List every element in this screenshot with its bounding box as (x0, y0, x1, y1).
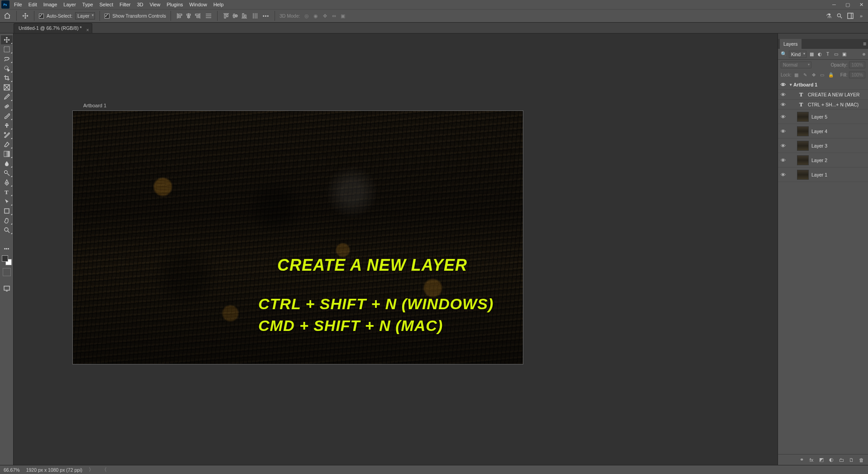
lock-artboard-icon[interactable]: ▭ (819, 72, 825, 78)
group-layers-icon[interactable]: 🗀 (838, 457, 844, 463)
visibility-toggle[interactable]: 👁 (781, 158, 786, 163)
layer-name[interactable]: Layer 2 (811, 158, 827, 163)
layers-panel-tab[interactable]: Layers (780, 39, 802, 49)
filter-smart-icon[interactable]: ▣ (841, 51, 847, 57)
clone-stamp-tool[interactable] (1, 121, 13, 130)
menu-item-3d[interactable]: 3D (134, 0, 147, 9)
layer-row[interactable]: 👁Layer 2 (778, 153, 868, 168)
layer-name[interactable]: Layer 4 (811, 129, 827, 134)
layer-thumbnail[interactable] (797, 170, 809, 180)
align-left-button[interactable] (175, 12, 184, 20)
brush-tool[interactable] (1, 111, 13, 120)
eraser-tool[interactable] (1, 140, 13, 149)
panel-collapse-icon[interactable]: » (857, 12, 865, 20)
show-transform-checkbox[interactable] (104, 14, 109, 19)
shape-tool[interactable] (1, 206, 13, 215)
layer-name[interactable]: Layer 1 (811, 172, 827, 177)
window-maximize-button[interactable]: ▢ (841, 0, 854, 9)
scroll-left-icon[interactable]: 〈 (102, 467, 107, 473)
artboard[interactable]: CREATE A NEW LAYER CTRL + SHIFT + N (WIN… (73, 111, 523, 364)
menu-item-help[interactable]: Help (210, 0, 227, 9)
canvas-text-shortcuts[interactable]: CTRL + SHIFT + N (WINDOWS) CMD + SHIFT +… (258, 293, 493, 336)
link-layers-icon[interactable]: ⚭ (798, 457, 805, 463)
foreground-color-swatch[interactable] (2, 255, 8, 262)
visibility-toggle[interactable]: 👁 (781, 92, 786, 97)
align-bottom-button[interactable] (240, 12, 248, 20)
zoom-tool[interactable] (1, 225, 13, 235)
hand-tool[interactable] (1, 216, 13, 225)
layer-thumbnail[interactable] (797, 141, 809, 151)
layer-thumbnail[interactable] (797, 112, 809, 122)
document-tab[interactable]: Untitled-1 @ 66.7% (RGB/8) * × (14, 23, 92, 33)
fill-value[interactable]: 100% (849, 72, 865, 78)
lock-position-icon[interactable]: ✥ (811, 72, 817, 78)
visibility-toggle[interactable]: 👁 (781, 143, 786, 148)
layer-name[interactable]: Layer 3 (811, 143, 827, 148)
canvas-workspace[interactable]: Artboard 1 CREATE A NEW LAYER CTRL + SHI… (14, 34, 778, 465)
search-icon[interactable] (835, 12, 844, 20)
opacity-value[interactable]: 100% (849, 62, 865, 68)
filter-pixel-icon[interactable]: ▦ (808, 51, 815, 57)
zoom-level[interactable]: 66.67% (4, 467, 20, 473)
marquee-tool[interactable] (1, 45, 13, 54)
window-close-button[interactable]: ✕ (854, 0, 868, 9)
edit-toolbar-button[interactable]: ••• (1, 244, 13, 253)
layer-row[interactable]: 👁Layer 1 (778, 168, 868, 182)
artboard-caret-icon[interactable]: ▾ (788, 82, 793, 87)
filter-adjust-icon[interactable]: ◐ (816, 51, 823, 57)
menu-item-edit[interactable]: Edit (25, 0, 40, 9)
quick-select-tool[interactable] (1, 64, 13, 73)
menu-item-select[interactable]: Select (96, 0, 117, 9)
history-brush-tool[interactable] (1, 130, 13, 139)
eyedropper-tool[interactable] (1, 92, 13, 101)
auto-select-checkbox[interactable] (39, 14, 44, 19)
quick-mask-toggle[interactable] (3, 268, 11, 276)
align-top-button[interactable] (222, 12, 230, 20)
lock-image-icon[interactable]: ✎ (802, 72, 808, 78)
frame-tool[interactable] (1, 83, 13, 92)
layer-row[interactable]: 👁TCREATE A NEW LAYER (778, 90, 868, 100)
layer-thumbnail[interactable] (797, 126, 809, 136)
menu-item-view[interactable]: View (147, 0, 164, 9)
artboard-label[interactable]: Artboard 1 (83, 103, 106, 108)
menu-item-image[interactable]: Image (40, 0, 61, 9)
layer-row[interactable]: 👁Layer 4 (778, 124, 868, 139)
home-button[interactable] (3, 11, 12, 20)
distribute-button[interactable] (251, 12, 259, 20)
menu-item-layer[interactable]: Layer (60, 0, 79, 9)
workspace-switch-icon[interactable] (846, 12, 854, 20)
layer-thumbnail[interactable] (797, 155, 809, 165)
path-select-tool[interactable] (1, 197, 13, 206)
align-vcenter-button[interactable] (231, 12, 239, 20)
visibility-toggle[interactable]: 👁 (781, 102, 786, 107)
gradient-tool[interactable] (1, 149, 13, 158)
healing-tool[interactable] (1, 102, 13, 111)
menu-item-filter[interactable]: Filter (116, 0, 133, 9)
artboard-name[interactable]: Artboard 1 (793, 82, 817, 87)
visibility-toggle[interactable]: 👁 (781, 82, 786, 87)
new-layer-icon[interactable]: 🗋 (848, 457, 854, 463)
blend-mode-select[interactable]: Normal (781, 62, 811, 68)
lock-transparent-icon[interactable]: ▦ (793, 72, 800, 78)
color-swatches[interactable] (2, 255, 12, 265)
menu-item-window[interactable]: Window (186, 0, 210, 9)
panel-collapse-strip[interactable] (778, 34, 868, 39)
delete-layer-icon[interactable]: 🗑 (858, 457, 864, 463)
visibility-toggle[interactable]: 👁 (781, 172, 786, 177)
window-minimize-button[interactable]: ─ (827, 0, 841, 9)
adjustment-layer-icon[interactable]: ◐ (828, 457, 835, 463)
move-tool[interactable] (1, 35, 13, 44)
more-align-button[interactable]: ••• (262, 12, 270, 20)
layer-name[interactable]: CREATE A NEW LAYER (808, 92, 860, 97)
pin-icon[interactable]: ⚗ (825, 12, 833, 20)
lasso-tool[interactable] (1, 54, 13, 63)
screen-mode-button[interactable] (3, 284, 11, 292)
layer-row[interactable]: 👁Layer 3 (778, 139, 868, 153)
move-tool-icon[interactable] (21, 12, 29, 20)
filter-shape-icon[interactable]: ▭ (833, 51, 839, 57)
layer-name[interactable]: Layer 5 (811, 114, 827, 120)
filter-type-icon[interactable]: T (825, 51, 831, 57)
align-right-button[interactable] (194, 12, 202, 20)
document-info[interactable]: 1920 px x 1080 px (72 ppi) (26, 467, 82, 473)
pen-tool[interactable] (1, 178, 13, 187)
